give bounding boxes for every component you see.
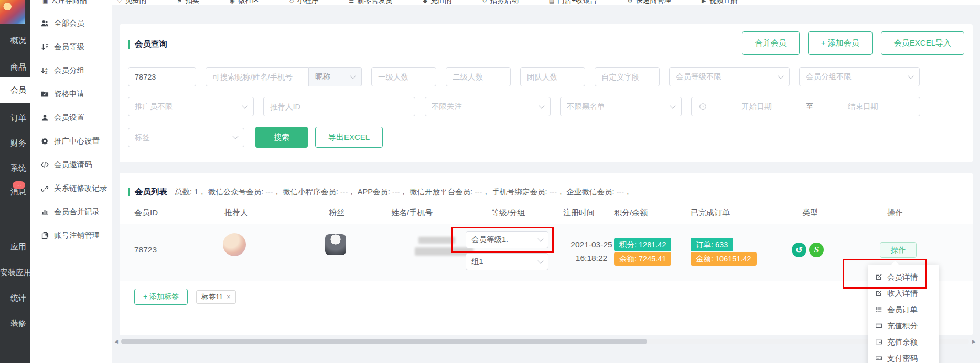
rail-item-2[interactable]: 会员 — [0, 77, 30, 103]
rail-item-4[interactable]: 财务 — [0, 130, 30, 156]
sidebar-item-8[interactable]: 会员合并记录 — [30, 200, 112, 224]
level1-count-input[interactable] — [371, 67, 436, 86]
keyword-search-input[interactable] — [206, 67, 309, 86]
row-level-select[interactable]: 会员等级1. — [466, 231, 548, 248]
date-start-field[interactable]: 开始日期 — [707, 102, 806, 112]
tag-select[interactable]: 标签 — [128, 128, 244, 147]
scrollbar-track[interactable] — [121, 339, 969, 344]
referrer-id-input[interactable] — [263, 97, 415, 116]
auction-icon: ⚑ — [177, 0, 182, 4]
sidebar-item-3[interactable]: 资格申请 — [30, 82, 112, 106]
topbar-item-2[interactable]: ⚑拍卖 — [177, 0, 199, 5]
merge-member-button[interactable]: 合并会员 — [742, 31, 800, 55]
sidebar-item-0[interactable]: 全部会员 — [30, 12, 112, 35]
rail-item-9[interactable]: 统计 — [0, 285, 30, 311]
rail-item-label: 统计 — [10, 293, 26, 302]
topbar-item-1[interactable]: ♡免费的 — [117, 0, 146, 5]
rail-item-0[interactable]: 概况 — [0, 27, 30, 53]
sidebar-item-label: 关系链修改记录 — [54, 183, 107, 193]
points-badge: 积分: 1281.42 — [614, 238, 671, 251]
excel-import-button[interactable]: 会员EXCEL导入 — [881, 31, 964, 55]
tag-select-value: 标签 — [135, 133, 150, 142]
sidebar-item-7[interactable]: 关系链修改记录 — [30, 177, 112, 200]
topbar-item-4[interactable]: ◇小程序 — [289, 0, 318, 5]
rail-item-3[interactable]: 订单 — [0, 105, 30, 131]
tag-remove-icon[interactable]: × — [227, 293, 231, 301]
sidebar-item-6[interactable]: 会员邀请码 — [30, 153, 112, 177]
masked-phone-line — [415, 247, 473, 256]
sidebar-item-9[interactable]: 账号注销管理 — [30, 224, 112, 247]
sidebar-item-2[interactable]: AZ会员分组 — [30, 59, 112, 82]
rail-item-7[interactable]: 应用 — [0, 234, 30, 260]
rail-item-5[interactable]: 系统 — [0, 155, 30, 181]
member-list-panel: 会员列表 总数: 1， 微信公众号会员: ---， 微信小程序会员: ---， … — [120, 173, 973, 335]
add-tag-button[interactable]: + 添加标签 — [134, 289, 188, 305]
menu-item-1[interactable]: 收入详情 — [868, 285, 939, 302]
topbar-item-label: 拍卖 — [185, 0, 199, 5]
row-action-button[interactable]: 操作 — [880, 242, 917, 258]
rail-item-label: 装修 — [10, 318, 26, 327]
scrollbar-thumb[interactable] — [121, 339, 647, 344]
promoter-select[interactable]: 推广员不限 — [128, 97, 254, 116]
topbar-item-6[interactable]: ◆充值的 — [423, 0, 452, 5]
code-icon — [40, 161, 49, 169]
topbar-item-10[interactable]: ▶视频直播 — [702, 0, 737, 5]
topbar-item-label: 新零售发货 — [357, 0, 393, 5]
export-excel-button[interactable]: 导出EXCEL — [315, 127, 383, 148]
register-time: 16:18:22 — [560, 254, 623, 263]
menu-item-5[interactable]: 支付密码 — [868, 350, 939, 363]
rail-item-8[interactable]: 安装应用 — [0, 259, 30, 285]
rail-item-label: 会员 — [10, 85, 26, 94]
rail-item-1[interactable]: 商品 — [0, 54, 30, 80]
custom-field-input[interactable] — [595, 67, 660, 86]
follow-select[interactable]: 不限关注 — [425, 97, 551, 116]
register-date-range[interactable]: 开始日期 至 结束日期 — [691, 97, 920, 116]
topbar-item-9[interactable]: ⚙快递商管理 — [628, 0, 671, 5]
chevron-down-icon — [670, 103, 675, 108]
member-group-select[interactable]: 会员分组不限 — [799, 67, 920, 86]
topbar-item-5[interactable]: ☰新零售发货 — [349, 0, 392, 5]
menu-item-3[interactable]: 充值积分 — [868, 318, 939, 334]
bar-chart-icon — [40, 208, 49, 216]
topbar-item-3[interactable]: ◉微社区 — [230, 0, 259, 5]
chevron-down-icon — [537, 236, 543, 241]
team-count-input[interactable] — [520, 67, 585, 86]
member-level-select[interactable]: 会员等级不限 — [669, 67, 790, 86]
topbar-item-8[interactable]: ▤门店+收银台 — [549, 0, 597, 5]
free-icon: ♡ — [117, 0, 122, 4]
level2-count-input[interactable] — [446, 67, 511, 86]
menu-item-2[interactable]: 会员订单 — [868, 302, 939, 318]
sidebar-item-label: 会员分组 — [54, 65, 84, 75]
date-end-field[interactable]: 结束日期 — [814, 102, 912, 112]
menu-item-0[interactable]: 会员详情 — [868, 269, 939, 285]
rail-item-6[interactable]: 消息… — [0, 179, 30, 205]
menu-item-label: 会员订单 — [887, 305, 918, 315]
sidebar-item-1[interactable]: 会员等级 — [30, 35, 112, 59]
referrer-avatar[interactable] — [223, 233, 246, 256]
fan-avatar[interactable] — [325, 234, 346, 255]
rail-item-10[interactable]: 装修 — [0, 310, 30, 336]
app-logo[interactable] — [0, 0, 25, 24]
member-id-input[interactable] — [128, 67, 196, 86]
scroll-right-icon[interactable]: ▶ — [972, 338, 976, 345]
sidebar-item-5[interactable]: 推广中心设置 — [30, 129, 112, 153]
topbar-item-0[interactable]: ▣云库存商品 — [42, 0, 87, 5]
menu-item-label: 充值积分 — [887, 321, 918, 331]
tag-chip: 标签11 × — [196, 290, 236, 304]
scroll-left-icon[interactable]: ◀ — [114, 338, 118, 345]
search-button[interactable]: 搜索 — [255, 127, 308, 148]
svg-text:A: A — [45, 67, 47, 71]
add-member-button[interactable]: + 添加会员 — [808, 31, 873, 55]
edit-icon — [875, 290, 883, 298]
blacklist-select[interactable]: 不限黑名单 — [560, 97, 682, 116]
row-group-select[interactable]: 组1 — [466, 253, 548, 270]
menu-item-4[interactable]: 充值余额 — [868, 334, 939, 350]
topbar-item-7[interactable]: ↻招募启动 — [482, 0, 519, 5]
tag-label: 标签11 — [201, 292, 223, 302]
message-count-badge: … — [13, 181, 25, 189]
amount-badge: 金额: 106151.42 — [691, 252, 757, 266]
link-icon — [40, 184, 49, 193]
users-icon — [40, 19, 49, 28]
search-type-select[interactable]: 昵称 — [309, 67, 362, 86]
sidebar-item-4[interactable]: 会员设置 — [30, 106, 112, 129]
